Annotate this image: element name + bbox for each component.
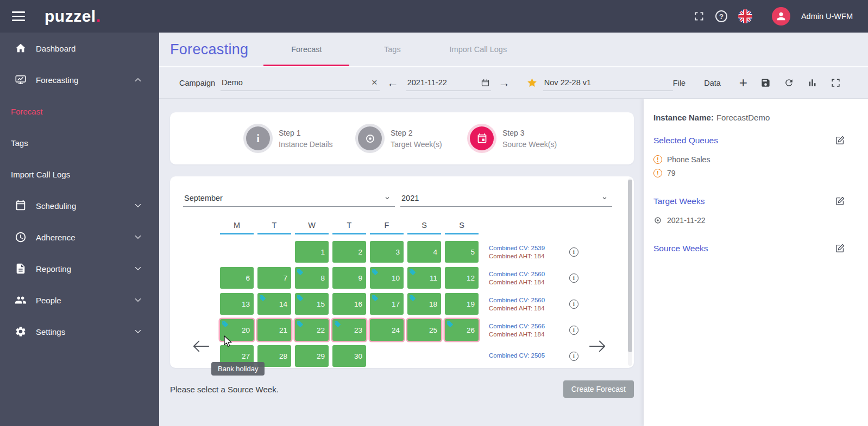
day-number: 4 [433, 248, 437, 256]
sidebar-item-settings[interactable]: Settings [0, 316, 159, 347]
day-cell-7[interactable]: 7 [257, 267, 291, 289]
calendar-scrollbar[interactable] [628, 179, 632, 366]
chevron-down-icon [384, 195, 391, 201]
day-cell-10[interactable]: 10 [370, 267, 404, 289]
next-date-arrow[interactable]: → [499, 77, 510, 88]
sidebar-item-dashboard[interactable]: Dashboard [0, 33, 159, 64]
day-cell-1[interactable]: 1 [295, 241, 329, 263]
day-cell-16[interactable]: 16 [332, 293, 366, 315]
tab-import-call-logs[interactable]: Import Call Logs [435, 33, 521, 66]
file-menu[interactable]: File [673, 79, 685, 87]
day-cell-19[interactable]: 19 [445, 293, 479, 315]
save-icon[interactable] [760, 78, 771, 88]
day-cell-17[interactable]: 17 [370, 293, 404, 315]
chart-icon[interactable] [807, 78, 817, 88]
sidebar-item-forecasting[interactable]: Forecasting [0, 64, 159, 96]
clear-campaign-icon[interactable]: × [369, 77, 380, 88]
day-cell-25[interactable]: 25 [407, 319, 441, 341]
help-icon[interactable]: ? [715, 10, 727, 22]
day-number: 23 [354, 326, 362, 334]
previous-date-arrow[interactable]: ← [387, 77, 399, 88]
day-cell-18[interactable]: 18 [407, 293, 441, 315]
fullscreen-icon[interactable] [694, 11, 705, 22]
sidebar-item-people[interactable]: People [0, 284, 159, 316]
data-menu[interactable]: Data [704, 79, 721, 87]
week-row: 13141516171819Combined CV: 2560Combined … [220, 293, 634, 315]
sidebar-item-scheduling[interactable]: Scheduling [0, 190, 159, 221]
user-avatar[interactable] [772, 7, 790, 26]
sidebar-item-forecast[interactable]: Forecast [0, 96, 159, 127]
edit-source-weeks-icon[interactable] [835, 243, 845, 253]
sidebar-item-adherence[interactable]: Adherence [0, 221, 159, 253]
language-flag-icon[interactable] [738, 9, 752, 23]
create-forecast-button[interactable]: Create Forecast [563, 380, 634, 398]
previous-month-arrow[interactable] [192, 338, 210, 354]
day-cell-5[interactable]: 5 [445, 241, 479, 263]
target-weeks-title[interactable]: Target Weeks [653, 196, 705, 206]
day-cell-12[interactable]: 12 [445, 267, 479, 289]
refresh-icon[interactable] [784, 78, 794, 88]
sidebar-item-reporting[interactable]: Reporting [0, 253, 159, 284]
day-cell-4[interactable]: 4 [407, 241, 441, 263]
next-month-arrow[interactable] [588, 338, 607, 354]
day-cell-15[interactable]: 15 [295, 293, 329, 315]
day-cell-13[interactable]: 13 [220, 293, 254, 315]
steps-card: iStep 1Instance DetailsStep 2Target Week… [170, 112, 634, 164]
instance-name-value: ForecastDemo [716, 113, 770, 122]
info-icon[interactable]: i [569, 326, 578, 335]
day-cell-24[interactable]: 24 [370, 319, 404, 341]
source-weeks-title[interactable]: Source Weeks [653, 244, 708, 253]
menu-hamburger-button[interactable] [12, 9, 25, 23]
sidebar-item-label: Adherence [36, 233, 133, 242]
day-cell-9[interactable]: 9 [332, 267, 366, 289]
step-step-1[interactable]: iStep 1Instance Details [246, 126, 358, 150]
sidebar-item-import-call-logs[interactable]: Import Call Logs [0, 158, 159, 190]
day-header: M [220, 221, 254, 234]
sidebar-item-tags[interactable]: Tags [0, 127, 159, 158]
date-picker-calendar-icon[interactable] [481, 78, 491, 87]
step-step-2[interactable]: Step 2Target Week(s) [358, 126, 470, 150]
tab-tags[interactable]: Tags [349, 33, 435, 66]
sidebar-item-label: Dashboard [36, 44, 143, 53]
day-cell-30[interactable]: 30 [332, 345, 366, 367]
day-cell-23[interactable]: 23 [332, 319, 366, 341]
day-number: 28 [279, 352, 287, 360]
sidebar-item-label: Import Call Logs [11, 170, 143, 179]
year-select[interactable]: 2021 [400, 194, 612, 207]
month-select-value: September [184, 194, 223, 202]
day-cell-11[interactable]: 11 [407, 267, 441, 289]
campaign-input[interactable] [221, 78, 369, 87]
step-step-3[interactable]: Step 3Source Week(s) [470, 126, 582, 150]
day-cell-29[interactable]: 29 [295, 345, 329, 367]
page-title: Forecasting [170, 41, 248, 58]
favorite-star-icon[interactable] [526, 77, 538, 88]
day-cell-21[interactable]: 21 [257, 319, 291, 341]
forecast-name-input[interactable] [543, 78, 673, 87]
tab-forecast[interactable]: Forecast [263, 33, 349, 66]
day-cell-14[interactable]: 14 [257, 293, 291, 315]
day-cell-6[interactable]: 6 [220, 267, 254, 289]
info-icon[interactable]: i [569, 352, 578, 361]
day-cell-22[interactable]: 22 [295, 319, 329, 341]
day-cell-26[interactable]: 26 [445, 319, 479, 341]
info-icon[interactable]: i [569, 247, 578, 257]
date-input[interactable] [406, 78, 481, 87]
expand-icon[interactable] [831, 78, 841, 88]
day-cell-8[interactable]: 8 [295, 267, 329, 289]
info-icon[interactable]: i [569, 300, 578, 309]
queue-list: !Phone Sales!79 [653, 155, 845, 177]
add-icon[interactable]: + [739, 78, 747, 88]
scrollbar-thumb[interactable] [628, 180, 632, 352]
edit-queues-icon[interactable] [835, 135, 845, 145]
month-select[interactable]: September [183, 194, 395, 207]
day-cell-3[interactable]: 3 [370, 241, 404, 263]
target-week-label: 2021-11-22 [667, 216, 706, 225]
day-number: 22 [317, 326, 325, 334]
forecasting-icon [15, 74, 27, 86]
edit-target-weeks-icon[interactable] [835, 196, 845, 206]
week-row: 12345Combined CV: 2539Combined AHT: 184i [220, 241, 634, 263]
selected-queues-title[interactable]: Selected Queues [653, 136, 718, 145]
step-subtitle: Source Week(s) [502, 140, 557, 149]
info-icon[interactable]: i [569, 274, 578, 283]
day-cell-2[interactable]: 2 [332, 241, 366, 263]
